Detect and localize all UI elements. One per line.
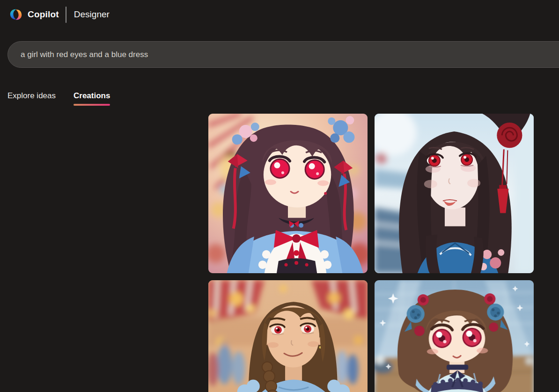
- creation-image-1-art: [208, 114, 368, 273]
- tabs-nav: Explore ideas Creations: [7, 91, 110, 106]
- tab-creations-label: Creations: [74, 91, 110, 100]
- product-name[interactable]: Designer: [74, 9, 110, 20]
- creation-image-2[interactable]: [375, 114, 534, 273]
- active-tab-underline: [74, 104, 110, 106]
- prompt-bar[interactable]: [7, 41, 559, 68]
- header-divider: [66, 7, 66, 23]
- creation-image-3-art: [208, 280, 368, 392]
- app-header: Copilot Designer: [0, 0, 559, 29]
- copilot-logo-icon: [9, 7, 23, 22]
- tab-creations[interactable]: Creations: [74, 91, 110, 106]
- creations-grid: [208, 114, 534, 392]
- creation-image-2-art: [375, 114, 534, 273]
- creation-image-3[interactable]: [208, 280, 368, 392]
- brand-name: Copilot: [28, 9, 59, 20]
- tab-explore-ideas[interactable]: Explore ideas: [7, 91, 56, 106]
- creation-image-1[interactable]: [208, 114, 368, 273]
- creation-image-4-art: [375, 280, 534, 392]
- creation-image-4[interactable]: [375, 280, 534, 392]
- copilot-logo-icon-svg: [9, 7, 23, 22]
- tab-explore-ideas-label: Explore ideas: [7, 91, 56, 100]
- prompt-input[interactable]: [8, 42, 559, 67]
- copilot-home-link[interactable]: Copilot: [9, 7, 59, 22]
